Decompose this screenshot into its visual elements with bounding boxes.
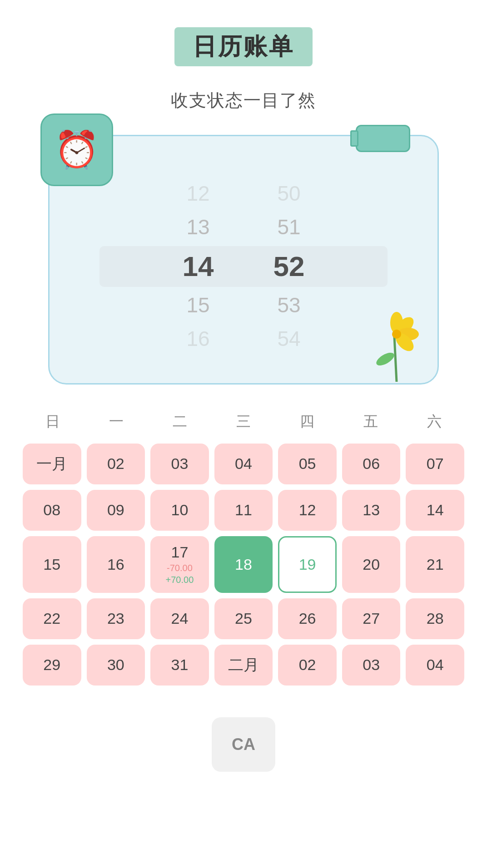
picker-column-day[interactable]: 12 13 14 15 16 [171, 177, 225, 356]
cal-date: 07 [427, 455, 444, 473]
cal-date: 13 [363, 501, 380, 519]
svg-point-1 [374, 350, 396, 368]
page-title: 日历账单 [193, 33, 294, 59]
calendar-cell[interactable]: 20 [342, 536, 401, 593]
cal-date: 08 [43, 501, 60, 519]
calendar-cell-feb[interactable]: 二月 [214, 645, 273, 686]
picker-item: 16 [171, 322, 225, 356]
picker-item: 13 [171, 211, 225, 244]
calendar-cell[interactable]: 09 [87, 490, 145, 531]
cal-date: 一月 [36, 454, 67, 474]
calendar-cell[interactable]: 03 [150, 444, 209, 484]
cal-date: 29 [43, 656, 60, 674]
cal-date: 06 [363, 455, 380, 473]
bottom-area: CA [0, 699, 487, 781]
calendar-section: 日 一 二 三 四 五 六 一月 02 03 04 05 06 07 [0, 394, 487, 699]
picker-item: 54 [262, 322, 316, 356]
picker-column-week[interactable]: 50 51 52 53 54 [262, 177, 316, 356]
weekday-tue: 二 [150, 407, 210, 436]
calendar-cell[interactable]: 10 [150, 490, 209, 531]
calendar-cell[interactable]: 03 [342, 645, 401, 686]
calendar-cell[interactable]: 11 [214, 490, 273, 531]
cal-date: 12 [299, 501, 316, 519]
cal-date: 19 [299, 556, 316, 573]
cal-date: 05 [299, 455, 316, 473]
calendar-cell[interactable]: 24 [150, 598, 209, 639]
expense-amount: -70.00 [166, 562, 194, 574]
picker-item-selected: 14 [171, 244, 225, 289]
calendar-cell[interactable]: 14 [406, 490, 464, 531]
weekday-mon: 一 [86, 407, 146, 436]
cal-date: 16 [107, 556, 124, 573]
weekday-fri: 五 [341, 407, 401, 436]
cal-date: 21 [427, 556, 444, 573]
calendar-cell[interactable]: 08 [23, 490, 81, 531]
cal-date: 25 [235, 610, 252, 627]
calendar-cell[interactable]: 21 [406, 536, 464, 593]
calendar-cell[interactable]: 04 [214, 444, 273, 484]
picker-item-selected: 52 [262, 244, 316, 289]
calendar-cell-19-today[interactable]: 19 [278, 536, 337, 593]
weekday-sat: 六 [404, 407, 464, 436]
ca-badge: CA [212, 717, 275, 772]
calendar-cell[interactable]: 04 [406, 645, 464, 686]
calendar-cell[interactable]: 30 [87, 645, 145, 686]
cal-date: 09 [107, 501, 124, 519]
calendar-cell[interactable]: 12 [278, 490, 337, 531]
calendar-cell[interactable]: 02 [87, 444, 145, 484]
calendar-cell[interactable]: 22 [23, 598, 81, 639]
picker-highlight [99, 246, 388, 287]
calendar-cell[interactable]: 06 [342, 444, 401, 484]
cal-date: 二月 [228, 655, 259, 676]
weekday-wed: 三 [214, 407, 273, 436]
calendar-cell[interactable]: 05 [278, 444, 337, 484]
calendar-cell[interactable]: 31 [150, 645, 209, 686]
cal-date: 02 [107, 455, 124, 473]
cal-date: 11 [235, 501, 252, 519]
cal-date: 10 [171, 501, 189, 519]
calendar-cell[interactable]: 16 [87, 536, 145, 593]
calendar-cell[interactable]: 29 [23, 645, 81, 686]
calendar-cell[interactable]: 27 [342, 598, 401, 639]
picker-section: ⏰ 12 13 14 15 16 50 51 52 53 54 [0, 121, 487, 394]
calendar-cell[interactable]: 15 [23, 536, 81, 593]
picker-item: 12 [171, 177, 225, 211]
svg-line-0 [394, 336, 397, 382]
calendar-cell[interactable]: 07 [406, 444, 464, 484]
cal-date: 04 [235, 455, 252, 473]
calendar-cell[interactable]: 23 [87, 598, 145, 639]
cal-date: 17 [171, 543, 189, 561]
scroll-picker[interactable]: 12 13 14 15 16 50 51 52 53 54 [77, 168, 410, 365]
cal-date: 14 [427, 501, 444, 519]
page-header: 日历账单 收支状态一目了然 [0, 0, 487, 121]
picker-card: ⏰ 12 13 14 15 16 50 51 52 53 54 [48, 135, 439, 385]
cal-date: 28 [427, 610, 444, 627]
calendar-grid: 一月 02 03 04 05 06 07 08 09 10 11 [23, 444, 464, 686]
calendar-cell[interactable]: 25 [214, 598, 273, 639]
calendar-cell[interactable]: 13 [342, 490, 401, 531]
picker-item: 51 [262, 211, 316, 244]
cal-date: 04 [427, 656, 444, 674]
cal-date: 02 [299, 656, 316, 674]
calendar-cell[interactable]: 一月 [23, 444, 81, 484]
cal-amount: -70.00 +70.00 [166, 562, 194, 586]
weekday-sun: 日 [23, 407, 83, 436]
calendar-cell[interactable]: 02 [278, 645, 337, 686]
page-subtitle: 收支状态一目了然 [0, 89, 487, 112]
picker-item: 50 [262, 177, 316, 211]
app-icon-graphic: ⏰ [54, 128, 99, 171]
calendar-cell[interactable]: 26 [278, 598, 337, 639]
calendar-cell-17[interactable]: 17 -70.00 +70.00 [150, 536, 209, 593]
picker-item: 53 [262, 289, 316, 322]
cal-date: 20 [363, 556, 380, 573]
cal-date: 31 [171, 656, 189, 674]
cal-date: 22 [43, 610, 60, 627]
cal-date: 27 [363, 610, 380, 627]
calendar-cell-18[interactable]: 18 [214, 536, 273, 593]
cal-date: 23 [107, 610, 124, 627]
title-badge: 日历账单 [174, 27, 313, 66]
calendar-cell[interactable]: 28 [406, 598, 464, 639]
cal-date: 18 [235, 556, 252, 573]
income-amount: +70.00 [166, 574, 194, 586]
cal-date: 26 [299, 610, 316, 627]
